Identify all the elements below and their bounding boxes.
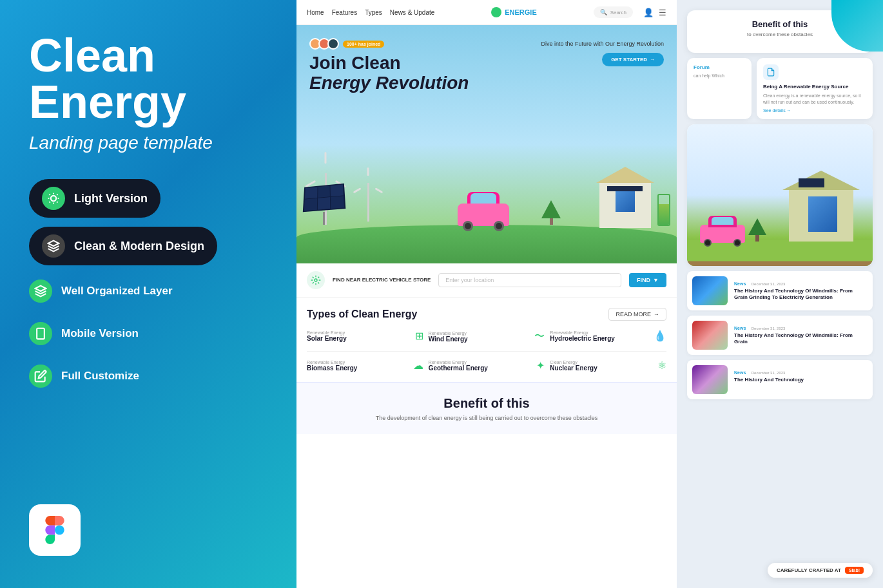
car-body — [458, 204, 509, 226]
find-bar: FIND NEAR ELECTRIC VEHICLE STORE Enter y… — [296, 263, 677, 298]
news-tag-3: News — [734, 370, 746, 375]
nav-news[interactable]: News & Update — [390, 9, 434, 16]
clean-modern-icon — [42, 234, 65, 258]
renewable-icon — [763, 64, 779, 80]
news-date-2: December 31, 2023 — [752, 327, 786, 330]
left-panel: Clean Energy Landing page template Light — [0, 0, 296, 588]
energy-divider — [307, 351, 666, 352]
crafted-text: CAREFULLY CRAFTED AT — [777, 567, 841, 573]
svg-line-3 — [50, 194, 50, 195]
types-title: Types of Clean Energy — [307, 308, 417, 320]
energy-biomass[interactable]: Renewable Energy Biomass Energy ☁ — [307, 359, 423, 372]
main-preview: Home Features Types News & Update ENERGI… — [296, 0, 677, 588]
svg-rect-9 — [37, 328, 44, 339]
svg-line-7 — [50, 202, 50, 202]
nav-features[interactable]: Features — [332, 9, 357, 16]
hero-subtitle-block: Dive into the Future with Our Energy Rev… — [541, 41, 664, 66]
subtitle: Landing page template — [29, 133, 267, 153]
nav-types[interactable]: Types — [365, 9, 382, 16]
slab-logo: Slab! — [845, 567, 864, 574]
nuclear-icon: ⚛ — [657, 359, 666, 372]
nav-logo: ENERGIE — [491, 7, 537, 17]
nav-links: Home Features Types News & Update — [307, 9, 434, 16]
joined-avatars — [309, 38, 339, 50]
arrow-icon: → — [654, 311, 659, 318]
nav-search[interactable]: 🔍 Search — [594, 6, 633, 18]
side-panel: Benefit of this to overcome these obstac… — [677, 0, 883, 588]
svg-line-4 — [57, 202, 57, 202]
news-card-2: News December 31, 2023 The History And T… — [687, 316, 873, 355]
crafted-badge: CAREFULLY CRAFTED AT Slab! — [768, 563, 873, 578]
right-panel: Home Features Types News & Update ENERGI… — [296, 0, 883, 588]
search-icon: 🔍 — [600, 9, 607, 15]
energy-geothermal[interactable]: Renewable Energy Geothermal Energy ✦ — [429, 359, 545, 372]
nav-home[interactable]: Home — [307, 9, 324, 16]
types-section: Types of Clean Energy READ MORE → Renewa… — [296, 298, 677, 382]
energy-wind[interactable]: Renewable Energy Wind Energy 〜 — [429, 330, 545, 343]
feature-light-version[interactable]: Light Version — [29, 179, 160, 218]
find-dropdown-icon: ▼ — [653, 277, 659, 283]
wheel-back — [463, 221, 473, 231]
news-tag-2: News — [734, 326, 746, 330]
wheel-front — [494, 221, 504, 231]
news-thumb-2 — [692, 321, 728, 350]
house-body — [599, 183, 651, 228]
energy-grid: Renewable Energy Solar Energy ⊞ Renewabl… — [307, 330, 666, 372]
benefit-preview-subtitle: The development of clean energy is still… — [307, 415, 666, 421]
feature-mobile: Mobile Version — [29, 317, 267, 350]
biomass-icon: ☁ — [413, 359, 423, 372]
hero-illustration — [296, 83, 677, 263]
renewable-title: Being A Renewable Energy Source — [763, 84, 866, 90]
house-3d-card — [687, 124, 873, 266]
logo-dot — [491, 7, 501, 17]
tree-1 — [541, 200, 561, 225]
renewable-card: Being A Renewable Energy Source Clean en… — [757, 58, 873, 119]
svg-line-8 — [57, 194, 57, 195]
renewable-link[interactable]: See details → — [763, 108, 866, 113]
feature-clean-modern[interactable]: Clean & Modern Design — [29, 227, 217, 265]
preview-navbar: Home Features Types News & Update ENERGI… — [296, 0, 677, 25]
news-content-3: News December 31, 2023 The History And T… — [734, 365, 868, 394]
news-content-1: News December 31, 2023 The History And T… — [734, 276, 868, 305]
find-button[interactable]: FIND ▼ — [629, 273, 666, 287]
windmill-2 — [361, 169, 375, 222]
hero-section: 100+ has joined Join Clean Energy Revolu… — [296, 25, 677, 263]
blade-1 — [325, 152, 327, 164]
feature-list: Light Version Clean & Modern Design — [29, 179, 267, 393]
news-cards: News December 31, 2023 The History And T… — [687, 271, 873, 588]
avatar-3 — [327, 38, 339, 50]
news-title-2: The History And Technology Of Windmills:… — [734, 332, 868, 346]
mobile-icon — [29, 322, 52, 345]
benefit-preview-title: Benefit of this — [307, 396, 666, 411]
ev-car — [458, 204, 516, 226]
energy-nuclear[interactable]: Clean Energy Nuclear Energy ⚛ — [550, 359, 666, 372]
house-roof — [596, 167, 654, 183]
forum-label: Forum — [694, 64, 745, 70]
news-date-1: December 31, 2023 — [752, 282, 786, 286]
energy-hydro[interactable]: Renewable Energy Hydroelectric Energy 💧 — [550, 330, 666, 343]
news-thumb-1 — [692, 276, 728, 305]
car-3d — [700, 225, 745, 243]
light-version-icon — [42, 187, 65, 210]
find-ev-icon — [307, 271, 325, 289]
read-more-button[interactable]: READ MORE → — [608, 308, 666, 321]
find-input[interactable]: Enter your location — [438, 273, 621, 287]
house — [599, 183, 651, 228]
menu-icon[interactable]: ☰ — [659, 8, 666, 17]
news-card-3: News December 31, 2023 The History And T… — [687, 360, 873, 399]
geothermal-icon: ✦ — [536, 359, 545, 372]
hero-subtitle-text: Dive into the Future with Our Energy Rev… — [541, 41, 664, 47]
customize-icon — [29, 365, 52, 388]
tree-3d — [748, 218, 766, 242]
news-thumb-3 — [692, 365, 728, 394]
news-date-3: December 31, 2023 — [752, 371, 786, 375]
solar-panels — [303, 183, 345, 225]
figma-badge — [29, 504, 81, 556]
forum-desc: can help Which — [694, 73, 745, 79]
energy-solar[interactable]: Renewable Energy Solar Energy ⊞ — [307, 330, 423, 343]
wind-icon: 〜 — [534, 330, 545, 343]
hero-cta-button[interactable]: GET STARTED → — [602, 53, 664, 66]
joined-badge: 100+ has joined — [343, 41, 384, 48]
nav-icons: 👤 ☰ — [643, 8, 666, 17]
user-icon[interactable]: 👤 — [643, 8, 654, 17]
